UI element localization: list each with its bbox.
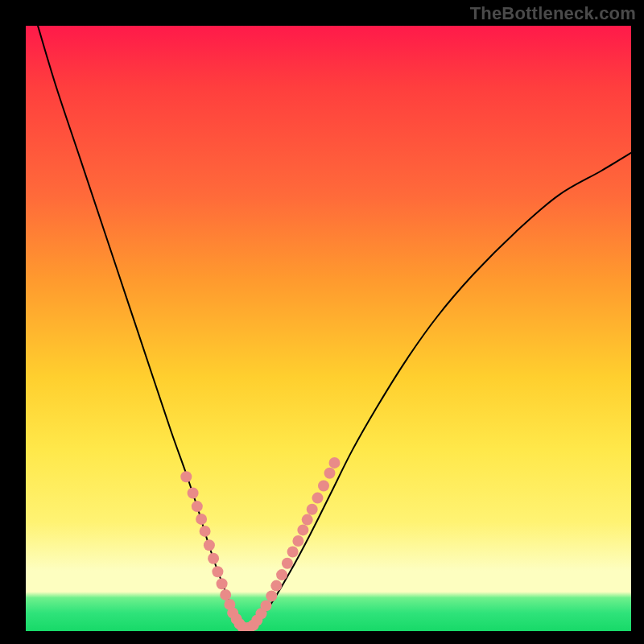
sample-dot	[302, 514, 313, 526]
sample-dot	[220, 589, 231, 601]
sample-dot	[292, 535, 303, 547]
sample-dot	[276, 569, 287, 580]
sample-dot	[282, 558, 293, 569]
sample-dot	[312, 493, 324, 504]
sample-dot	[287, 547, 299, 558]
sample-dot	[307, 504, 318, 515]
sample-dot	[196, 514, 207, 525]
sample-dot	[217, 578, 228, 589]
sample-dot	[261, 600, 272, 611]
sample-dot	[324, 468, 336, 479]
chart-frame: TheBottleneck.com	[0, 0, 644, 644]
sample-dot	[188, 488, 199, 499]
sample-dot	[297, 524, 308, 535]
watermark-text: TheBottleneck.com	[470, 3, 636, 24]
sample-dot	[192, 501, 203, 512]
sample-dot	[270, 580, 282, 592]
sample-dots-group	[180, 457, 340, 631]
sample-dot	[208, 553, 219, 564]
sample-dot	[180, 471, 192, 482]
sample-dot	[318, 481, 329, 492]
sample-dot	[266, 590, 277, 601]
chart-overlay-svg	[26, 26, 631, 631]
sample-dot	[329, 457, 341, 469]
sample-dot	[212, 566, 223, 577]
bottleneck-curve	[38, 26, 631, 628]
plot-area	[26, 26, 631, 631]
sample-dot	[204, 539, 215, 551]
sample-dot	[200, 526, 211, 537]
